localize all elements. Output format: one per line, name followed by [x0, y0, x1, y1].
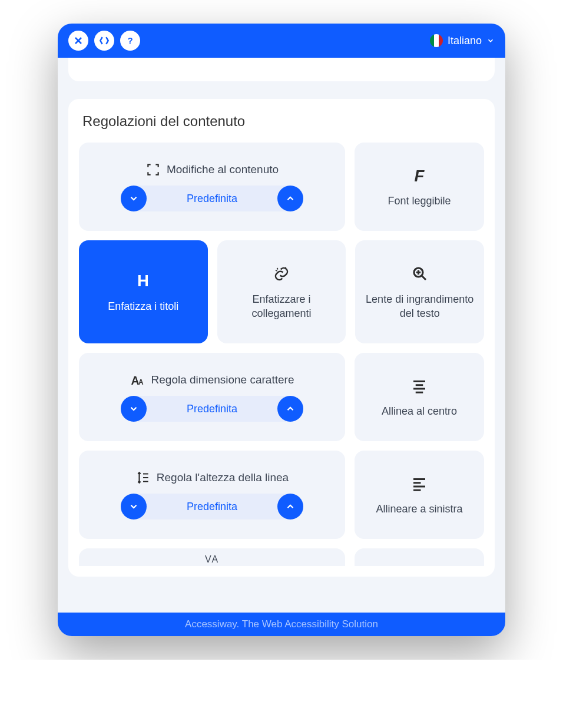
line-height-decrease[interactable]: [121, 494, 147, 519]
line-height-value: Predefinita: [147, 501, 277, 513]
text-magnifier-card[interactable]: Lente di ingrandimento del testo: [355, 240, 484, 343]
previous-section-edge: [68, 58, 495, 81]
font-size-decrease[interactable]: [121, 396, 147, 422]
magnifier-icon: [409, 263, 430, 284]
chevron-up-icon: [285, 501, 296, 512]
content-scale-title: Modifiche al contenuto: [167, 163, 279, 176]
font-size-stepper: Predefinita: [121, 396, 303, 422]
language-label: Italiano: [448, 35, 482, 47]
align-center-label: Allinea al centro: [382, 405, 457, 418]
footer-text: Accessiway. The Web Accessibility Soluti…: [185, 618, 378, 630]
language-selector[interactable]: Italiano: [430, 34, 495, 47]
panel-title: Regolazioni del contenuto: [79, 113, 484, 130]
close-icon: [72, 35, 84, 47]
font-size-value: Predefinita: [147, 403, 277, 415]
letter-spacing-card-partial[interactable]: VA: [79, 548, 345, 566]
chevron-down-icon: [128, 193, 139, 204]
widget-content: Regolazioni del contenuto Modifiche al c…: [58, 58, 505, 613]
move-button[interactable]: [94, 31, 114, 51]
font-size-title: Regola dimensione carattere: [151, 373, 294, 386]
highlight-titles-card[interactable]: H Enfatizza i titoli: [79, 240, 208, 343]
highlight-links-card[interactable]: Enfatizzare i collegamenti: [217, 240, 346, 343]
svg-text:?: ?: [127, 35, 133, 45]
next-card-partial[interactable]: [355, 548, 484, 566]
content-scale-decrease[interactable]: [121, 186, 147, 211]
align-center-card[interactable]: Allinea al centro: [355, 353, 484, 441]
line-height-title: Regola l'altezza della linea: [157, 471, 289, 484]
heading-icon: H: [133, 270, 154, 292]
svg-text:A: A: [138, 378, 144, 386]
line-height-stepper: Predefinita: [121, 494, 303, 519]
readable-font-icon: F: [409, 165, 430, 186]
chevron-down-icon: [128, 403, 139, 414]
line-height-card: Regola l'altezza della linea Predefinita: [79, 451, 345, 539]
content-scale-value: Predefinita: [147, 193, 277, 205]
font-size-head: AA Regola dimensione carattere: [130, 372, 294, 388]
content-scale-card: Modifiche al contenuto Predefinita: [79, 143, 345, 231]
help-button[interactable]: ?: [120, 31, 140, 51]
flag-icon: [430, 34, 443, 47]
font-size-increase[interactable]: [277, 396, 303, 422]
align-left-card[interactable]: Allineare a sinistra: [355, 451, 484, 539]
align-center-icon: [409, 375, 430, 396]
widget-header: ? Italiano: [58, 24, 505, 58]
readable-font-label: Font leggibile: [388, 194, 451, 208]
line-height-increase[interactable]: [277, 494, 303, 519]
link-icon: [271, 263, 292, 284]
close-button[interactable]: [68, 31, 88, 51]
chevron-up-icon: [285, 403, 296, 414]
help-icon: ?: [124, 35, 136, 47]
content-scale-stepper: Predefinita: [121, 186, 303, 211]
align-left-icon: [409, 473, 430, 494]
content-scale-head: Modifiche al contenuto: [145, 162, 279, 177]
chevron-down-icon: [128, 501, 139, 512]
content-adjustments-panel: Regolazioni del contenuto Modifiche al c…: [68, 99, 495, 577]
readable-font-card[interactable]: F Font leggibile: [355, 143, 484, 231]
chevron-up-icon: [285, 193, 296, 204]
content-scale-increase[interactable]: [277, 186, 303, 211]
font-size-icon: AA: [130, 372, 145, 388]
font-size-card: AA Regola dimensione carattere Predefini…: [79, 353, 345, 441]
svg-text:F: F: [415, 167, 425, 184]
line-height-head: Regola l'altezza della linea: [135, 470, 289, 485]
line-height-icon: [135, 470, 151, 485]
widget-footer[interactable]: Accessiway. The Web Accessibility Soluti…: [58, 613, 505, 636]
highlight-links-label: Enfatizzare i collegamenti: [227, 293, 337, 320]
letter-spacing-icon-hint: VA: [205, 554, 219, 565]
fullscreen-icon: [145, 162, 161, 177]
text-magnifier-label: Lente di ingrandimento del testo: [365, 293, 475, 320]
svg-text:H: H: [137, 272, 149, 290]
highlight-titles-label: Enfatizza i titoli: [108, 300, 178, 313]
chevron-down-icon: [486, 37, 495, 45]
move-icon: [98, 35, 110, 47]
align-left-label: Allineare a sinistra: [376, 502, 462, 516]
accessibility-widget: ? Italiano Regolazioni del contenuto Mod…: [58, 24, 505, 636]
